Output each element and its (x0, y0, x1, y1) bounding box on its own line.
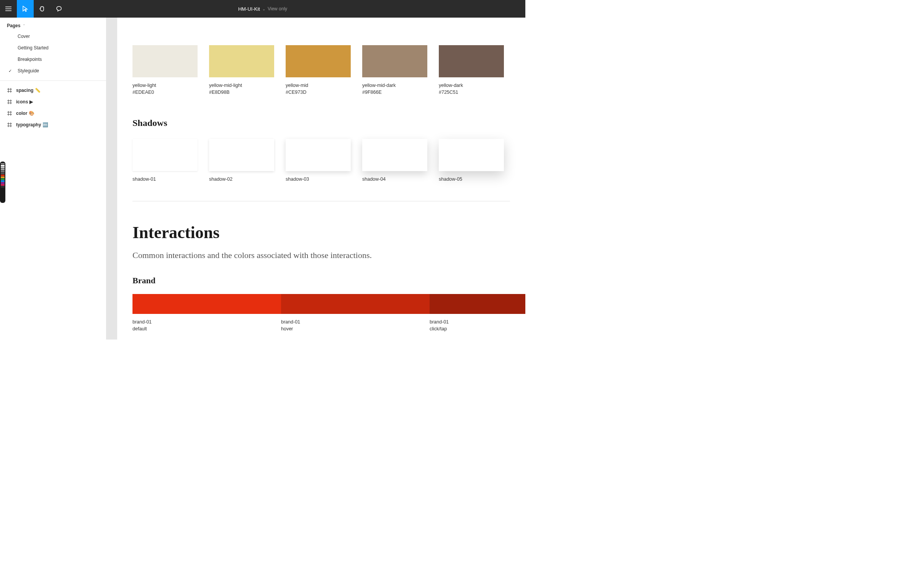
left-sidebar: Pages ⌃ Cover Getting Started Breakpoint… (0, 18, 106, 340)
page-item-getting-started[interactable]: Getting Started (0, 42, 106, 54)
frame-icon (7, 99, 12, 105)
brand-01-click[interactable] (430, 294, 525, 314)
swatch-box (439, 45, 504, 77)
brand-heading: Brand (132, 276, 525, 286)
canvas-area[interactable]: yellow-light #EDEAE0 yellow-mid-light #E… (106, 18, 525, 340)
shadow-box (286, 139, 351, 171)
shadow-box (209, 139, 274, 171)
shadow-box (132, 139, 198, 171)
check-icon: ✓ (8, 69, 12, 74)
shadow-03[interactable]: shadow-03 (286, 139, 351, 182)
swatch-yellow-mid-light[interactable]: yellow-mid-light #E8D98B (209, 45, 274, 95)
frame-icon (7, 88, 12, 93)
brand-01-default[interactable] (132, 294, 281, 314)
brand-01-hover[interactable] (281, 294, 430, 314)
shadow-box (362, 139, 427, 171)
page-item-breakpoints[interactable]: Breakpoints (0, 54, 106, 65)
pages-header[interactable]: Pages ⌃ (0, 18, 106, 31)
color-palette-widget[interactable] (0, 162, 5, 203)
move-tool-button[interactable] (17, 0, 34, 18)
frame-icon (7, 111, 12, 116)
chevron-up-icon: ⌃ (23, 24, 26, 28)
page-item-cover[interactable]: Cover (0, 31, 106, 42)
layer-item-spacing[interactable]: spacing 📏 (0, 85, 106, 96)
swatch-yellow-light[interactable]: yellow-light #EDEAE0 (132, 45, 198, 95)
brand-row-1 (132, 294, 525, 314)
pages-label: Pages (7, 23, 20, 28)
swatch-box (286, 45, 351, 77)
comment-tool-button[interactable] (51, 0, 67, 18)
view-only-badge: View only (268, 6, 287, 11)
document-title[interactable]: HM-UI-Kit (238, 6, 260, 12)
shadow-02[interactable]: shadow-02 (209, 139, 274, 182)
swatch-box (132, 45, 198, 77)
layer-item-icons[interactable]: icons ▶ (0, 96, 106, 108)
brand-labels: brand-01 default brand-01 hover brand-01… (132, 319, 525, 332)
swatch-box (362, 45, 427, 77)
swatch-yellow-mid-dark[interactable]: yellow-mid-dark #9F866E (362, 45, 427, 95)
layer-item-typography[interactable]: typography 🔤 (0, 119, 106, 131)
app-header: HM-UI-Kit ⌄ View only (0, 0, 525, 18)
menu-button[interactable] (0, 0, 17, 18)
page-item-styleguide[interactable]: ✓ Styleguide (0, 65, 106, 77)
interactions-heading: Interactions (132, 223, 525, 242)
shadow-04[interactable]: shadow-04 (362, 139, 427, 182)
shadows-heading: Shadows (132, 118, 525, 128)
hand-tool-button[interactable] (34, 0, 51, 18)
swatch-yellow-mid[interactable]: yellow-mid #CE973D (286, 45, 351, 95)
shadow-01[interactable]: shadow-01 (132, 139, 198, 182)
frame-icon (7, 122, 12, 127)
divider (132, 201, 510, 201)
shadow-05[interactable]: shadow-05 (439, 139, 504, 182)
layer-item-color[interactable]: color 🎨 (0, 108, 106, 119)
shadow-box (439, 139, 504, 171)
swatch-box (209, 45, 274, 77)
swatch-yellow-dark[interactable]: yellow-dark #725C51 (439, 45, 504, 95)
shadow-row: shadow-01 shadow-02 shadow-03 shadow-04 … (132, 139, 525, 182)
chevron-down-icon[interactable]: ⌄ (262, 7, 265, 11)
interactions-subtitle: Common interactions and the colors assoc… (132, 248, 401, 262)
color-swatch-row: yellow-light #EDEAE0 yellow-mid-light #E… (132, 45, 525, 95)
